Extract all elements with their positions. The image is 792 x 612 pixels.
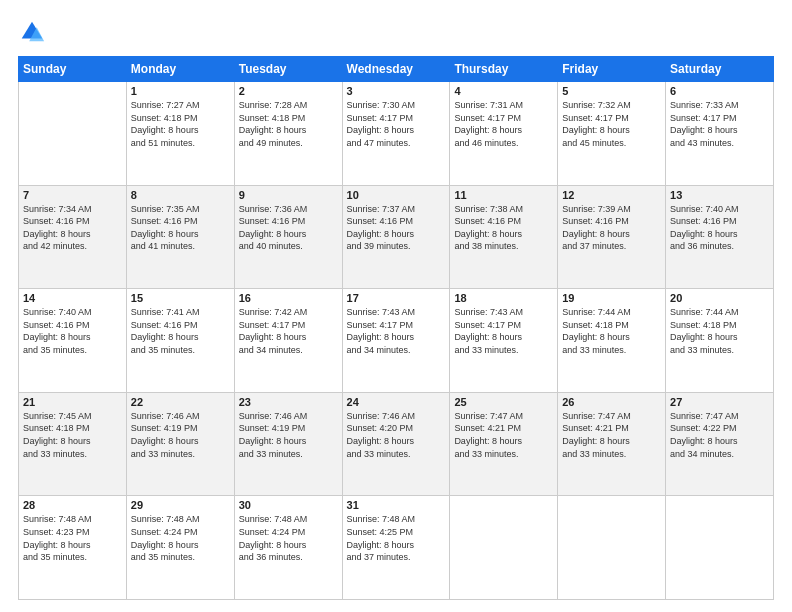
calendar-cell bbox=[666, 496, 774, 600]
day-number: 30 bbox=[239, 499, 338, 511]
day-info: Sunrise: 7:39 AM Sunset: 4:16 PM Dayligh… bbox=[562, 203, 661, 253]
calendar-cell: 3Sunrise: 7:30 AM Sunset: 4:17 PM Daylig… bbox=[342, 82, 450, 186]
day-number: 21 bbox=[23, 396, 122, 408]
page: SundayMondayTuesdayWednesdayThursdayFrid… bbox=[0, 0, 792, 612]
day-info: Sunrise: 7:45 AM Sunset: 4:18 PM Dayligh… bbox=[23, 410, 122, 460]
day-number: 7 bbox=[23, 189, 122, 201]
day-number: 13 bbox=[670, 189, 769, 201]
calendar-cell: 14Sunrise: 7:40 AM Sunset: 4:16 PM Dayli… bbox=[19, 289, 127, 393]
calendar-cell: 25Sunrise: 7:47 AM Sunset: 4:21 PM Dayli… bbox=[450, 392, 558, 496]
calendar-cell: 9Sunrise: 7:36 AM Sunset: 4:16 PM Daylig… bbox=[234, 185, 342, 289]
day-info: Sunrise: 7:48 AM Sunset: 4:23 PM Dayligh… bbox=[23, 513, 122, 563]
day-info: Sunrise: 7:34 AM Sunset: 4:16 PM Dayligh… bbox=[23, 203, 122, 253]
calendar-cell: 1Sunrise: 7:27 AM Sunset: 4:18 PM Daylig… bbox=[126, 82, 234, 186]
day-info: Sunrise: 7:28 AM Sunset: 4:18 PM Dayligh… bbox=[239, 99, 338, 149]
col-header-tuesday: Tuesday bbox=[234, 57, 342, 82]
calendar-cell: 7Sunrise: 7:34 AM Sunset: 4:16 PM Daylig… bbox=[19, 185, 127, 289]
day-number: 27 bbox=[670, 396, 769, 408]
day-number: 31 bbox=[347, 499, 446, 511]
day-number: 14 bbox=[23, 292, 122, 304]
day-info: Sunrise: 7:48 AM Sunset: 4:25 PM Dayligh… bbox=[347, 513, 446, 563]
calendar-cell: 5Sunrise: 7:32 AM Sunset: 4:17 PM Daylig… bbox=[558, 82, 666, 186]
day-info: Sunrise: 7:44 AM Sunset: 4:18 PM Dayligh… bbox=[562, 306, 661, 356]
day-info: Sunrise: 7:48 AM Sunset: 4:24 PM Dayligh… bbox=[131, 513, 230, 563]
calendar-cell: 23Sunrise: 7:46 AM Sunset: 4:19 PM Dayli… bbox=[234, 392, 342, 496]
day-info: Sunrise: 7:31 AM Sunset: 4:17 PM Dayligh… bbox=[454, 99, 553, 149]
day-info: Sunrise: 7:33 AM Sunset: 4:17 PM Dayligh… bbox=[670, 99, 769, 149]
day-number: 16 bbox=[239, 292, 338, 304]
day-number: 2 bbox=[239, 85, 338, 97]
calendar-cell: 8Sunrise: 7:35 AM Sunset: 4:16 PM Daylig… bbox=[126, 185, 234, 289]
day-info: Sunrise: 7:37 AM Sunset: 4:16 PM Dayligh… bbox=[347, 203, 446, 253]
calendar-cell: 15Sunrise: 7:41 AM Sunset: 4:16 PM Dayli… bbox=[126, 289, 234, 393]
calendar-week-row: 7Sunrise: 7:34 AM Sunset: 4:16 PM Daylig… bbox=[19, 185, 774, 289]
day-number: 29 bbox=[131, 499, 230, 511]
day-info: Sunrise: 7:38 AM Sunset: 4:16 PM Dayligh… bbox=[454, 203, 553, 253]
day-number: 26 bbox=[562, 396, 661, 408]
day-number: 19 bbox=[562, 292, 661, 304]
day-info: Sunrise: 7:41 AM Sunset: 4:16 PM Dayligh… bbox=[131, 306, 230, 356]
calendar-cell: 29Sunrise: 7:48 AM Sunset: 4:24 PM Dayli… bbox=[126, 496, 234, 600]
calendar-cell: 22Sunrise: 7:46 AM Sunset: 4:19 PM Dayli… bbox=[126, 392, 234, 496]
calendar-cell: 24Sunrise: 7:46 AM Sunset: 4:20 PM Dayli… bbox=[342, 392, 450, 496]
calendar-cell: 17Sunrise: 7:43 AM Sunset: 4:17 PM Dayli… bbox=[342, 289, 450, 393]
calendar-cell: 6Sunrise: 7:33 AM Sunset: 4:17 PM Daylig… bbox=[666, 82, 774, 186]
col-header-friday: Friday bbox=[558, 57, 666, 82]
day-number: 10 bbox=[347, 189, 446, 201]
day-info: Sunrise: 7:47 AM Sunset: 4:21 PM Dayligh… bbox=[454, 410, 553, 460]
calendar-week-row: 21Sunrise: 7:45 AM Sunset: 4:18 PM Dayli… bbox=[19, 392, 774, 496]
day-info: Sunrise: 7:36 AM Sunset: 4:16 PM Dayligh… bbox=[239, 203, 338, 253]
col-header-sunday: Sunday bbox=[19, 57, 127, 82]
calendar-week-row: 14Sunrise: 7:40 AM Sunset: 4:16 PM Dayli… bbox=[19, 289, 774, 393]
day-number: 1 bbox=[131, 85, 230, 97]
day-number: 25 bbox=[454, 396, 553, 408]
header bbox=[18, 18, 774, 46]
day-info: Sunrise: 7:35 AM Sunset: 4:16 PM Dayligh… bbox=[131, 203, 230, 253]
day-number: 28 bbox=[23, 499, 122, 511]
day-number: 6 bbox=[670, 85, 769, 97]
col-header-wednesday: Wednesday bbox=[342, 57, 450, 82]
day-number: 9 bbox=[239, 189, 338, 201]
calendar-cell: 28Sunrise: 7:48 AM Sunset: 4:23 PM Dayli… bbox=[19, 496, 127, 600]
calendar-cell: 11Sunrise: 7:38 AM Sunset: 4:16 PM Dayli… bbox=[450, 185, 558, 289]
calendar-cell bbox=[558, 496, 666, 600]
calendar-cell: 4Sunrise: 7:31 AM Sunset: 4:17 PM Daylig… bbox=[450, 82, 558, 186]
calendar-cell: 30Sunrise: 7:48 AM Sunset: 4:24 PM Dayli… bbox=[234, 496, 342, 600]
day-number: 4 bbox=[454, 85, 553, 97]
calendar-week-row: 1Sunrise: 7:27 AM Sunset: 4:18 PM Daylig… bbox=[19, 82, 774, 186]
calendar-cell: 2Sunrise: 7:28 AM Sunset: 4:18 PM Daylig… bbox=[234, 82, 342, 186]
day-info: Sunrise: 7:47 AM Sunset: 4:21 PM Dayligh… bbox=[562, 410, 661, 460]
calendar-cell: 26Sunrise: 7:47 AM Sunset: 4:21 PM Dayli… bbox=[558, 392, 666, 496]
day-number: 22 bbox=[131, 396, 230, 408]
day-info: Sunrise: 7:30 AM Sunset: 4:17 PM Dayligh… bbox=[347, 99, 446, 149]
calendar-cell: 10Sunrise: 7:37 AM Sunset: 4:16 PM Dayli… bbox=[342, 185, 450, 289]
calendar-cell: 27Sunrise: 7:47 AM Sunset: 4:22 PM Dayli… bbox=[666, 392, 774, 496]
calendar-week-row: 28Sunrise: 7:48 AM Sunset: 4:23 PM Dayli… bbox=[19, 496, 774, 600]
day-info: Sunrise: 7:46 AM Sunset: 4:19 PM Dayligh… bbox=[239, 410, 338, 460]
calendar-cell bbox=[19, 82, 127, 186]
calendar-header-row: SundayMondayTuesdayWednesdayThursdayFrid… bbox=[19, 57, 774, 82]
day-number: 3 bbox=[347, 85, 446, 97]
day-number: 8 bbox=[131, 189, 230, 201]
day-info: Sunrise: 7:46 AM Sunset: 4:19 PM Dayligh… bbox=[131, 410, 230, 460]
day-info: Sunrise: 7:27 AM Sunset: 4:18 PM Dayligh… bbox=[131, 99, 230, 149]
day-info: Sunrise: 7:44 AM Sunset: 4:18 PM Dayligh… bbox=[670, 306, 769, 356]
col-header-saturday: Saturday bbox=[666, 57, 774, 82]
calendar-cell bbox=[450, 496, 558, 600]
calendar-cell: 12Sunrise: 7:39 AM Sunset: 4:16 PM Dayli… bbox=[558, 185, 666, 289]
calendar-cell: 19Sunrise: 7:44 AM Sunset: 4:18 PM Dayli… bbox=[558, 289, 666, 393]
day-number: 24 bbox=[347, 396, 446, 408]
col-header-monday: Monday bbox=[126, 57, 234, 82]
logo bbox=[18, 18, 50, 46]
day-number: 12 bbox=[562, 189, 661, 201]
calendar-table: SundayMondayTuesdayWednesdayThursdayFrid… bbox=[18, 56, 774, 600]
day-info: Sunrise: 7:42 AM Sunset: 4:17 PM Dayligh… bbox=[239, 306, 338, 356]
day-number: 5 bbox=[562, 85, 661, 97]
day-info: Sunrise: 7:46 AM Sunset: 4:20 PM Dayligh… bbox=[347, 410, 446, 460]
day-info: Sunrise: 7:43 AM Sunset: 4:17 PM Dayligh… bbox=[347, 306, 446, 356]
calendar-cell: 16Sunrise: 7:42 AM Sunset: 4:17 PM Dayli… bbox=[234, 289, 342, 393]
calendar-cell: 18Sunrise: 7:43 AM Sunset: 4:17 PM Dayli… bbox=[450, 289, 558, 393]
day-info: Sunrise: 7:32 AM Sunset: 4:17 PM Dayligh… bbox=[562, 99, 661, 149]
col-header-thursday: Thursday bbox=[450, 57, 558, 82]
day-info: Sunrise: 7:47 AM Sunset: 4:22 PM Dayligh… bbox=[670, 410, 769, 460]
